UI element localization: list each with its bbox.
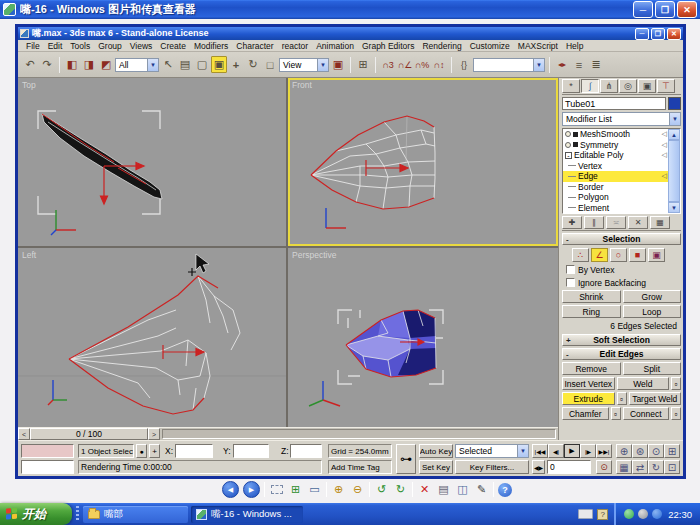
menu-graph-editors[interactable]: Graph Editors <box>358 41 418 51</box>
previous-image-button[interactable]: ◀ <box>222 481 239 498</box>
zoom-all-icon[interactable]: ⊛ <box>632 444 648 458</box>
rotate-counterclockwise-icon[interactable]: ↺ <box>374 482 389 497</box>
spinner-snap-icon[interactable]: ∩↕ <box>431 56 447 73</box>
current-frame-field[interactable]: 0 <box>547 460 591 474</box>
stack-scrollbar[interactable]: ▲ ▼ <box>668 129 680 213</box>
stack-item-edge[interactable]: Edge ◁ <box>563 171 668 182</box>
tab-motion-icon[interactable]: ◎ <box>619 79 637 93</box>
z-coordinate-field[interactable] <box>290 444 322 458</box>
vertex-subobject-icon[interactable]: ∴ <box>572 248 589 262</box>
show-end-result-button[interactable]: ∥ <box>584 216 604 229</box>
delete-icon[interactable]: ✕ <box>417 482 432 497</box>
menu-animation[interactable]: Animation <box>312 41 358 51</box>
print-icon[interactable]: ▤ <box>436 482 451 497</box>
set-key-button[interactable]: Set Key <box>419 460 453 474</box>
time-slider-track[interactable] <box>162 429 556 439</box>
chevron-down-icon[interactable]: ▼ <box>517 445 528 457</box>
play-button[interactable]: ▶ <box>564 444 580 458</box>
taskbar-grip[interactable] <box>76 506 79 522</box>
menu-edit[interactable]: Edit <box>44 41 67 51</box>
viewport-perspective[interactable]: Perspective <box>288 248 558 427</box>
modifier-list-dropdown[interactable]: Modifier List ▼ <box>562 112 681 126</box>
border-subobject-icon[interactable]: ○ <box>610 248 627 262</box>
viewer-titlebar[interactable]: 嘴-16 - Windows 图片和传真查看器 ─ ❐ ✕ <box>0 0 700 19</box>
snap-toggle-icon[interactable]: ∩3 <box>380 56 396 73</box>
help-icon[interactable]: ? <box>498 483 512 497</box>
align-icon[interactable]: ≡ <box>571 56 587 73</box>
key-step-toggle-icon[interactable]: ◀▶ <box>532 460 545 474</box>
stack-item-meshsmooth[interactable]: MeshSmooth ◁ <box>563 129 668 140</box>
select-manipulate-icon[interactable]: ⊞ <box>355 56 371 73</box>
zoom-extents-icon[interactable]: ⊙ <box>648 444 664 458</box>
chamfer-settings-button[interactable]: ▫ <box>611 407 621 420</box>
menu-create[interactable]: Create <box>156 41 190 51</box>
tray-eye-icon[interactable] <box>624 509 634 519</box>
rollout-selection[interactable]: - Selection <box>562 233 681 245</box>
tab-hierarchy-icon[interactable]: ⋔ <box>600 79 618 93</box>
next-frame-button[interactable]: |▶ <box>580 444 596 458</box>
ring-button[interactable]: Ring <box>562 305 621 318</box>
ignore-backfacing-checkbox-row[interactable]: Ignore Backfacing <box>566 277 681 288</box>
weld-settings-button[interactable]: ▫ <box>671 377 681 390</box>
stack-item-border[interactable]: Border <box>563 182 668 193</box>
x-coordinate-field[interactable] <box>175 444 213 458</box>
selection-filter-dropdown[interactable]: All ▼ <box>115 58 159 72</box>
by-vertex-checkbox-row[interactable]: By Vertex <box>566 264 681 275</box>
maxscript-mini-listener-pink[interactable] <box>21 444 74 458</box>
input-help-icon[interactable]: ? <box>597 509 608 520</box>
tray-app-icon[interactable] <box>638 509 648 519</box>
taskbar-item-viewer[interactable]: 嘴-16 - Windows ... <box>191 506 303 523</box>
min-max-toggle-icon[interactable]: ⊡ <box>664 460 680 474</box>
by-vertex-checkbox[interactable] <box>566 265 575 274</box>
viewport-front[interactable]: Front <box>288 78 558 246</box>
extrude-button[interactable]: Extrude <box>562 392 615 405</box>
stack-item-polygon[interactable]: Polygon <box>563 192 668 203</box>
menu-maxscript[interactable]: MAXScript <box>514 41 562 51</box>
rollout-soft-selection[interactable]: + Soft Selection <box>562 334 681 346</box>
remove-button[interactable]: Remove <box>562 362 621 375</box>
use-pivot-center-icon[interactable]: ▣ <box>330 56 346 73</box>
y-coordinate-field[interactable] <box>233 444 269 458</box>
time-slider-prev-button[interactable]: < <box>18 428 30 440</box>
unlink-icon[interactable]: ◨ <box>81 56 97 73</box>
insert-vertex-button[interactable]: Insert Vertex <box>562 377 615 390</box>
connect-button[interactable]: Connect <box>623 407 670 420</box>
edge-subobject-icon[interactable]: ∠ <box>591 248 608 262</box>
redo-icon[interactable]: ↷ <box>39 56 55 73</box>
zoom-out-icon[interactable]: ⊖ <box>350 482 365 497</box>
menu-views[interactable]: Views <box>126 41 157 51</box>
time-slider-thumb[interactable]: 0 / 100 <box>30 428 148 440</box>
stack-item-vertex[interactable]: Vertex <box>563 161 668 172</box>
arc-rotate-icon[interactable]: ↻ <box>648 460 664 474</box>
grow-button[interactable]: Grow <box>623 290 682 303</box>
viewport-left[interactable]: Left <box>18 248 286 427</box>
go-to-start-button[interactable]: |◀◀ <box>532 444 548 458</box>
extrude-settings-button[interactable]: ▫ <box>617 392 627 405</box>
chevron-down-icon[interactable]: ▼ <box>317 59 328 71</box>
scroll-down-icon[interactable]: ▼ <box>668 202 680 213</box>
lightbulb-icon[interactable] <box>565 142 571 148</box>
loop-button[interactable]: Loop <box>623 305 682 318</box>
object-color-swatch[interactable] <box>668 97 681 110</box>
viewer-close-button[interactable]: ✕ <box>677 1 697 18</box>
chevron-down-icon[interactable]: ▼ <box>669 113 680 125</box>
edit-image-icon[interactable]: ✎ <box>474 482 489 497</box>
menu-file[interactable]: File <box>22 41 44 51</box>
rotate-clockwise-icon[interactable]: ↻ <box>393 482 408 497</box>
viewer-restore-button[interactable]: ❐ <box>655 1 675 18</box>
remove-modifier-button[interactable]: ✕ <box>628 216 648 229</box>
chevron-down-icon[interactable]: ▼ <box>147 59 158 71</box>
pin-stack-button[interactable]: ✚ <box>562 216 582 229</box>
split-button[interactable]: Split <box>623 362 682 375</box>
maxscript-mini-listener-white[interactable] <box>21 460 74 474</box>
tab-create-icon[interactable]: * <box>562 79 580 93</box>
window-crossing-icon[interactable]: ▣ <box>211 56 227 73</box>
bind-spacewarp-icon[interactable]: ◩ <box>98 56 114 73</box>
element-subobject-icon[interactable]: ▣ <box>648 248 665 262</box>
menu-rendering[interactable]: Rendering <box>418 41 465 51</box>
save-icon[interactable]: ◫ <box>455 482 470 497</box>
time-configuration-icon[interactable]: ⊙ <box>596 460 612 474</box>
ignore-backfacing-checkbox[interactable] <box>566 278 575 287</box>
menu-help[interactable]: Help <box>562 41 587 51</box>
connect-settings-button[interactable]: ▫ <box>671 407 681 420</box>
